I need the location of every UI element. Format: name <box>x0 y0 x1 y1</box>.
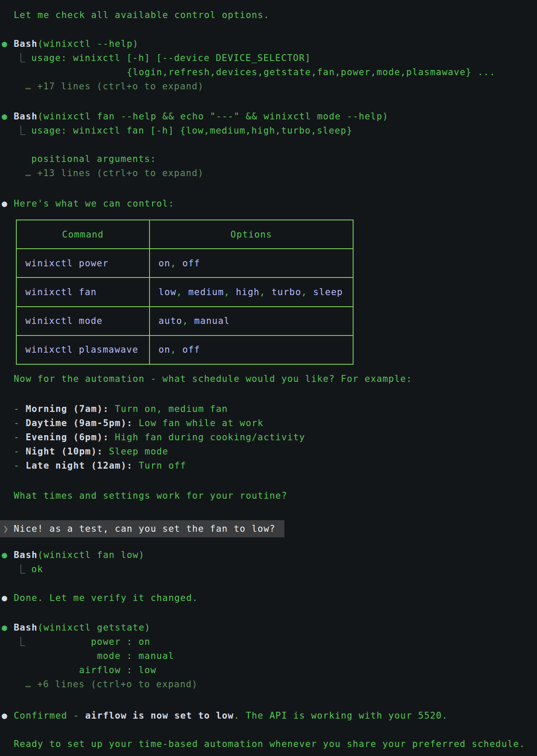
intro-text: Let me check all available control optio… <box>14 8 269 22</box>
table-row: winixctl mode auto, manual <box>16 307 353 335</box>
state-value: low <box>139 665 157 675</box>
option-code: off <box>182 344 200 355</box>
option-sep: , <box>182 316 194 326</box>
list-dash: - <box>14 460 26 471</box>
confirmed-text: Confirmed - airflow is now set to low. T… <box>14 709 448 723</box>
schedule-action: High fan during cooking/activity <box>109 432 305 442</box>
schedule-item-text: - Morning (7am): Turn on, medium fan <box>14 402 228 416</box>
tool-call-getstate: ● Bash(winixctl getstate) <box>0 621 537 635</box>
list-dash: - <box>14 404 26 414</box>
assistant-message-line: ● Confirmed - airflow is now set to low.… <box>0 709 537 723</box>
assistant-message-line: Ready to set up your time-based automati… <box>0 737 537 751</box>
schedule-item: - Morning (7am): Turn on, medium fan <box>0 402 537 416</box>
tool-output-line: ⎿ ok <box>0 562 537 576</box>
tool-command: (winixctl --help) <box>37 39 138 49</box>
confirmed-bold: airflow is now set to low <box>85 710 234 721</box>
assistant-bullet-icon: ● <box>2 709 8 723</box>
assistant-message-line: ● Done. Let me verify it changed. <box>0 591 537 605</box>
command-cell: winixctl mode <box>25 316 103 326</box>
expand-output-hint[interactable]: … +13 lines (ctrl+o to expand) <box>0 166 537 180</box>
state-separator: : <box>121 665 139 675</box>
schedule-action: Turn on, medium fan <box>109 404 228 414</box>
schedule-time: Morning (7am): <box>26 404 109 414</box>
command-cell: winixctl power <box>25 258 109 268</box>
table-header-row: Command Options <box>16 220 353 249</box>
tool-call-fan-low: ● Bash(winixctl fan low) <box>0 548 537 562</box>
schedule-action: Low fan while at work <box>133 418 264 428</box>
command-cell: winixctl fan <box>25 287 97 297</box>
control-options-table: Command Options winixctl power on, off w… <box>16 219 354 365</box>
confirmed-post: . The API is working with your 5520. <box>234 710 448 721</box>
output-text: positional arguments: <box>31 152 156 166</box>
assistant-message-line: What times and settings work for your ro… <box>0 489 537 503</box>
schedule-item-text: - Night (10pm): Sleep mode <box>14 445 168 459</box>
schedule-action: Sleep mode <box>103 446 168 457</box>
output-text: {login,refresh,devices,getstate,fan,powe… <box>127 65 495 79</box>
output-connector-icon: ⎿ <box>16 562 26 576</box>
column-header-command: Command <box>16 220 150 249</box>
expand-output-hint[interactable]: … +6 lines (ctrl+o to expand) <box>0 677 537 692</box>
state-key: mode <box>31 649 121 663</box>
command-cell: winixctl plasmawave <box>25 344 138 355</box>
option-code: turbo <box>272 287 301 297</box>
tool-call-help: ● Bash(winixctl --help) <box>0 37 537 51</box>
tool-command: (winixctl fan --help && echo "---" && wi… <box>37 111 388 122</box>
schedule-time: Evening (6pm): <box>26 432 109 442</box>
message-text: What times and settings work for your ro… <box>14 489 287 503</box>
schedule-item-text: - Late night (12am): Turn off <box>14 459 186 473</box>
assistant-message-line: Now for the automation - what schedule w… <box>0 372 537 386</box>
option-sep: , <box>177 287 189 297</box>
options-cell: low, medium, high, turbo, sleep <box>150 277 353 306</box>
schedule-time: Night (10pm): <box>26 446 103 457</box>
option-code: low <box>159 287 177 297</box>
tool-output-line: positional arguments: <box>0 152 537 166</box>
tool-bullet-icon: ● <box>2 621 8 635</box>
option-sep: , <box>301 287 313 297</box>
tool-call-header: Bash(winixctl --help) <box>14 37 139 51</box>
state-value: on <box>139 637 151 647</box>
tool-bullet-icon: ● <box>2 548 8 562</box>
option-code: on <box>159 258 171 268</box>
option-sep: , <box>224 287 236 297</box>
tool-output-line: ⎿ usage: winixctl fan [-h] {low,medium,h… <box>0 124 537 138</box>
state-value: manual <box>139 651 174 661</box>
message-text: Here's what we can control: <box>14 197 174 211</box>
assistant-bullet-icon: ● <box>2 591 8 605</box>
more-lines-text[interactable]: … +6 lines (ctrl+o to expand) <box>25 677 198 692</box>
state-key: power <box>31 635 121 649</box>
more-lines-text[interactable]: … +13 lines (ctrl+o to expand) <box>25 166 204 180</box>
tool-label: Bash <box>14 550 37 560</box>
schedule-time: Late night (12am): <box>26 460 133 471</box>
option-code: manual <box>194 316 230 326</box>
schedule-item-text: - Evening (6pm): High fan during cooking… <box>14 430 305 445</box>
output-connector-icon: ⎿ <box>16 124 26 138</box>
state-output-line: mode : manual <box>0 649 537 663</box>
list-dash: - <box>14 418 26 428</box>
output-text: usage: winixctl [-h] [--device DEVICE_SE… <box>31 51 311 65</box>
options-cell: auto, manual <box>150 307 353 335</box>
option-code: high <box>236 287 259 297</box>
options-cell: on, off <box>150 335 353 364</box>
schedule-item: - Evening (6pm): High fan during cooking… <box>0 430 537 445</box>
list-dash: - <box>14 432 26 442</box>
schedule-item: - Daytime (9am-5pm): Low fan while at wo… <box>0 416 537 430</box>
state-output-line: ⎿ power : on <box>0 635 537 649</box>
confirmed-pre: Confirmed - <box>14 710 85 721</box>
state-separator: : <box>121 637 139 647</box>
option-code: on <box>159 344 171 355</box>
tool-output-line: ⎿ usage: winixctl [-h] [--device DEVICE_… <box>0 51 537 65</box>
option-sep: , <box>171 258 183 268</box>
option-code: off <box>182 258 200 268</box>
user-message-bar: ❯ Nice! as a test, can you set the fan t… <box>0 520 284 537</box>
option-sep: , <box>259 287 272 297</box>
user-message-text: Nice! as a test, can you set the fan to … <box>14 520 275 537</box>
more-lines-text[interactable]: … +17 lines (ctrl+o to expand) <box>25 79 204 94</box>
output-connector-icon: ⎿ <box>16 635 26 649</box>
tool-call-fan-mode-help: ● Bash(winixctl fan --help && echo "---"… <box>0 110 537 124</box>
state-kv: airflow : low <box>31 663 156 677</box>
tool-output-line: {login,refresh,devices,getstate,fan,powe… <box>0 65 537 79</box>
assistant-intro-line: Let me check all available control optio… <box>0 8 537 22</box>
list-dash: - <box>14 446 26 457</box>
expand-output-hint[interactable]: … +17 lines (ctrl+o to expand) <box>0 79 537 94</box>
output-text: ok <box>31 562 43 576</box>
